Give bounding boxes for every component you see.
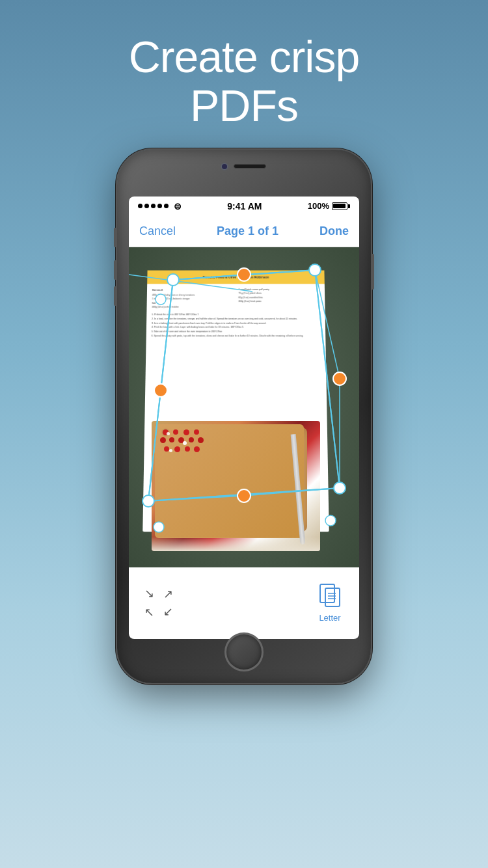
status-left: ⊜ xyxy=(138,201,182,211)
status-time: 9:41 AM xyxy=(227,201,262,211)
expand-icon[interactable]: ↗ ↗ ↗ ↗ xyxy=(144,587,173,619)
signal-dot-1 xyxy=(138,204,142,208)
svg-rect-26 xyxy=(325,588,340,606)
done-button[interactable]: Done xyxy=(319,224,349,238)
recipe-title: Tomato, Pesto & Olive Tart Don Robinson xyxy=(147,270,325,284)
cancel-button[interactable]: Cancel xyxy=(139,224,176,238)
headline-line2: PDFs xyxy=(190,81,298,130)
page-title: Page 1 of 1 xyxy=(217,224,278,238)
battery-percent: 100% xyxy=(308,201,329,211)
signal-dot-4 xyxy=(157,204,162,208)
bottom-toolbar: ↗ ↗ ↗ ↗ Letter xyxy=(129,567,359,639)
status-right: 100% xyxy=(308,201,350,211)
scan-area: Tomato, Pesto & Olive Tart Don Robinson … xyxy=(129,247,359,567)
speaker-grille xyxy=(234,164,266,169)
signal-dot-2 xyxy=(144,204,149,208)
letter-format-icon xyxy=(316,583,344,610)
recipe-content: Serves 4 400g (14 oz) baby plum or cherr… xyxy=(146,284,326,342)
phone-top xyxy=(222,164,266,169)
phone-mockup: ⊜ 9:41 AM 100% Cancel Page 1 of 1 xyxy=(117,150,371,800)
battery-icon xyxy=(332,202,350,210)
status-bar: ⊜ 9:41 AM 100% xyxy=(129,197,359,216)
signal-dots xyxy=(138,204,169,208)
phone-screen: ⊜ 9:41 AM 100% Cancel Page 1 of 1 xyxy=(129,197,359,639)
page-format-button[interactable]: Letter xyxy=(316,583,344,623)
nav-bar: Cancel Page 1 of 1 Done xyxy=(129,216,359,247)
home-button[interactable] xyxy=(224,632,264,671)
signal-dot-5 xyxy=(164,204,169,208)
headline-line1: Create crisp xyxy=(129,32,360,81)
signal-dot-3 xyxy=(151,204,156,208)
page-format-label: Letter xyxy=(319,613,340,623)
camera-dot xyxy=(222,164,227,169)
phone-shell: ⊜ 9:41 AM 100% Cancel Page 1 of 1 xyxy=(117,150,371,683)
wifi-icon: ⊜ xyxy=(174,201,182,211)
headline: Create crisp PDFs xyxy=(129,33,360,130)
food-photo xyxy=(152,421,320,551)
